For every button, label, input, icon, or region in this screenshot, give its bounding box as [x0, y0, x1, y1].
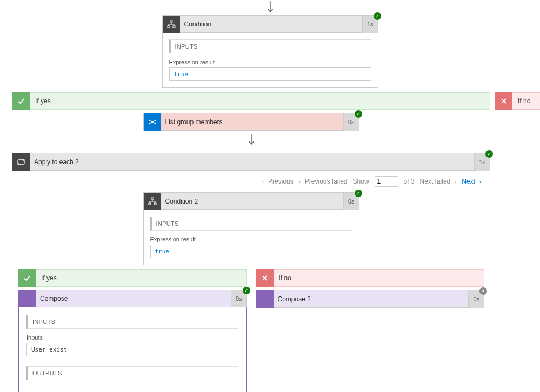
card-body: INPUTS Expression result true — [163, 33, 378, 87]
inner-branch-row: If yes ✓ Compose 0s — [18, 269, 484, 392]
if-no-label: If no — [512, 97, 530, 105]
expression-result-label: Expression result — [150, 236, 352, 242]
card-header[interactable]: Condition 1s — [163, 16, 378, 33]
expression-result-value: true — [169, 67, 371, 81]
compose2-card[interactable]: ✕ Compose 2 0s — [256, 290, 485, 308]
svg-rect-19 — [151, 198, 154, 199]
inputs-section-label: INPUTS — [150, 217, 352, 231]
skipped-badge-icon: ✕ — [479, 287, 487, 295]
next-link[interactable]: Next › — [462, 178, 481, 185]
condition2-card[interactable]: ✓ Condition 2 0s INPUTS Expression resul… — [143, 192, 359, 265]
next-failed-link[interactable]: Next failed › — [420, 178, 457, 185]
if-no-label: If no — [274, 274, 291, 282]
arrow-down-icon — [0, 0, 540, 15]
compose-body: INPUTS Inputs User exist OUTPUTS — [18, 307, 247, 392]
next-failed-label: Next failed — [420, 178, 451, 185]
chevron-left-icon: ‹ — [299, 178, 301, 185]
condition-card[interactable]: ✓ Condition 1s INPUTS Expression result … — [162, 15, 378, 88]
apply-to-each-body: ✓ Condition 2 0s INPUTS Expression resul… — [12, 192, 490, 392]
azure-ad-icon — [144, 113, 161, 131]
outer-branch-row: If yes ✓ List group members 0s ✓ — [0, 92, 540, 392]
of-count: of 3 — [404, 178, 415, 185]
previous-failed-link[interactable]: ‹ Previous failed — [299, 178, 348, 185]
if-yes-header[interactable]: If yes — [18, 269, 247, 287]
card-title: Condition — [180, 21, 362, 28]
if-yes-label: If yes — [36, 274, 57, 282]
if-yes-label: If yes — [30, 97, 51, 105]
success-badge-icon: ✓ — [355, 110, 362, 118]
svg-rect-21 — [154, 203, 156, 205]
chevron-left-icon: ‹ — [262, 178, 264, 185]
card-body: INPUTS Expression result true — [144, 210, 359, 265]
compose-icon — [256, 290, 274, 308]
condition-icon — [144, 193, 161, 210]
previous-label: Previous — [268, 178, 294, 185]
card-header[interactable]: Condition 2 0s — [144, 193, 359, 210]
svg-rect-1 — [170, 21, 172, 22]
check-icon — [18, 269, 36, 287]
check-icon — [12, 92, 30, 110]
show-label: Show — [353, 178, 369, 185]
list-group-members-card[interactable]: ✓ List group members 0s — [143, 113, 359, 131]
card-title: Compose — [36, 295, 231, 302]
x-icon — [256, 269, 274, 287]
success-badge-icon: ✓ — [374, 12, 381, 20]
success-badge-icon: ✓ — [355, 190, 362, 197]
arrow-down-icon — [12, 133, 490, 148]
inputs-section-label: INPUTS — [26, 315, 238, 329]
expression-result-label: Expression result — [169, 59, 371, 65]
apply-to-each-card: ✓ Apply to each 2 1s — [12, 153, 490, 171]
inputs-field-label: Inputs — [26, 334, 238, 341]
success-badge-icon: ✓ — [243, 287, 250, 294]
card-header[interactable]: Compose 2 0s — [256, 290, 484, 308]
inputs-value: User exist — [26, 343, 238, 356]
condition-icon — [163, 16, 180, 33]
flow-canvas: ✓ Condition 1s INPUTS Expression result … — [0, 0, 540, 392]
card-header[interactable]: Compose 0s — [18, 290, 247, 307]
if-no-header[interactable]: If no — [495, 92, 540, 110]
success-badge-icon: ✓ — [485, 150, 493, 158]
card-header[interactable]: Apply to each 2 1s — [12, 153, 490, 171]
loop-icon — [12, 153, 30, 171]
iteration-pager: ‹ Previous ‹ Previous failed Show of 3 N… — [12, 171, 490, 190]
if-yes-branch: If yes ✓ List group members 0s ✓ — [12, 92, 490, 392]
svg-rect-20 — [149, 203, 151, 205]
card-title: Apply to each 2 — [30, 158, 474, 166]
previous-link[interactable]: ‹ Previous — [262, 178, 294, 185]
chevron-right-icon: › — [479, 178, 481, 185]
expression-result-value: true — [150, 245, 352, 258]
card-title: List group members — [161, 118, 343, 126]
if-no-header[interactable]: If no — [256, 269, 485, 287]
svg-rect-3 — [173, 26, 175, 28]
inner-if-yes-branch: If yes ✓ Compose 0s — [18, 269, 247, 392]
card-title: Condition 2 — [161, 198, 343, 205]
previous-failed-label: Previous failed — [305, 178, 348, 185]
compose-icon — [18, 290, 36, 307]
page-input[interactable] — [375, 176, 398, 187]
compose-card[interactable]: ✓ Compose 0s INPUTS Inputs — [18, 290, 247, 392]
card-title: Compose 2 — [274, 295, 469, 303]
outputs-section-label: OUTPUTS — [26, 366, 238, 380]
next-label: Next — [462, 178, 475, 185]
card-header[interactable]: List group members 0s — [144, 113, 359, 131]
inner-if-no-branch: If no ✕ Compose 2 0s — [256, 269, 485, 308]
if-yes-header[interactable]: If yes — [12, 92, 490, 110]
x-icon — [495, 92, 512, 110]
inputs-section-label: INPUTS — [169, 39, 371, 53]
svg-rect-2 — [168, 26, 170, 28]
if-no-branch: If no — [495, 92, 540, 110]
chevron-right-icon: › — [455, 178, 457, 185]
